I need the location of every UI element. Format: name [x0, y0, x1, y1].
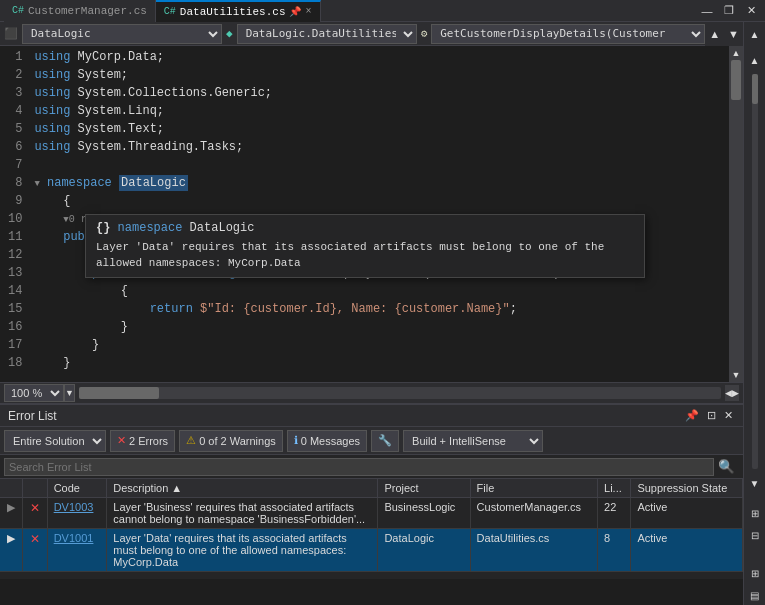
panel-controls: 📌 ⊡ ✕ — [683, 409, 735, 422]
sidebar-scroll-up[interactable]: ▲ — [745, 50, 765, 70]
hscroll-left-btn[interactable]: ◀ — [725, 385, 732, 401]
tooltip-title: {} namespace DataLogic — [96, 221, 634, 235]
code-line-17: } — [34, 336, 743, 354]
tab-icon-cs: C# — [12, 5, 24, 16]
errors-label: 2 Errors — [129, 435, 168, 447]
namespace-icon: ⬛ — [0, 27, 22, 40]
tooltip-body: Layer 'Data' requires that its associate… — [96, 239, 634, 271]
search-btn[interactable]: 🔍 — [714, 459, 739, 474]
sidebar-top-btn[interactable]: ▲ — [745, 24, 765, 44]
title-bar-controls: — ❐ ✕ — [697, 1, 761, 21]
code-editor: 1 2 3 4 5 6 7 8 9 10 11 12 13 14 15 16 1… — [0, 46, 743, 382]
row1-line: 22 — [598, 498, 631, 529]
warnings-label: 0 of 2 Warnings — [199, 435, 276, 447]
sidebar-track — [752, 74, 758, 469]
code-line-7 — [34, 156, 743, 174]
col-header-line[interactable]: Li... — [598, 479, 631, 498]
code-line-15: return $"Id: {customer.Id}, Name: {custo… — [34, 300, 743, 318]
panel-float-btn[interactable]: ⊡ — [705, 409, 718, 422]
tab-label-data: DataUtilities.cs — [180, 6, 286, 18]
errors-btn[interactable]: ✕ 2 Errors — [110, 430, 175, 452]
error-panel-titlebar: Error List 📌 ⊡ ✕ — [0, 405, 743, 427]
tools-btn[interactable]: 🔧 — [371, 430, 399, 452]
title-bar: C# CustomerManager.cs C# DataUtilities.c… — [0, 0, 765, 22]
nav-prev-btn[interactable]: ▲ — [705, 22, 724, 46]
member-icon: ⚙ — [417, 27, 432, 40]
code-line-14: { — [34, 282, 743, 300]
scope-select[interactable]: Entire Solution — [4, 430, 106, 452]
title-btn-restore[interactable]: ❐ — [719, 1, 739, 21]
scroll-thumb[interactable] — [731, 60, 741, 100]
col-header-supp[interactable]: Suppression State — [631, 479, 743, 498]
tab-pin-icon[interactable]: 📌 — [289, 6, 301, 18]
row2-expand[interactable]: ▶ — [0, 529, 22, 572]
zoom-select[interactable]: 100 % — [4, 384, 64, 402]
toolbar-vert-btn1[interactable]: ⊞ — [745, 503, 765, 523]
nav-next-btn[interactable]: ▼ — [724, 22, 743, 46]
row2-line: 8 — [598, 529, 631, 572]
vertical-scrollbar[interactable]: ▲ ▼ — [729, 46, 743, 382]
error-toolbar: Entire Solution ✕ 2 Errors ⚠ 0 of 2 Warn… — [0, 427, 743, 455]
type-dropdown[interactable]: DataLogic.DataUtilities — [237, 24, 417, 44]
row1-desc: Layer 'Business' requires that associate… — [107, 498, 378, 529]
col-header-desc[interactable]: Description ▲ — [107, 479, 378, 498]
scroll-up-btn[interactable]: ▲ — [729, 46, 743, 60]
sidebar-thumb[interactable] — [752, 74, 758, 104]
messages-label: 0 Messages — [301, 435, 360, 447]
panel-pin-btn[interactable]: 📌 — [683, 409, 701, 422]
col-header-expand[interactable] — [0, 479, 22, 498]
code-line-9: { — [34, 192, 743, 210]
row1-code[interactable]: DV1003 — [47, 498, 107, 529]
code-line-4: using System.Linq; — [34, 102, 743, 120]
zoom-bar: 100 % ▼ ◀ ▶ — [0, 382, 743, 404]
error-row-2[interactable]: ▶ ✕ DV1001 Layer 'Data' requires that it… — [0, 529, 743, 572]
warnings-btn[interactable]: ⚠ 0 of 2 Warnings — [179, 430, 283, 452]
code-line-2: using System; — [34, 66, 743, 84]
code-line-18: } — [34, 354, 743, 372]
error-table: Code Description ▲ Project File Li... Su… — [0, 479, 743, 572]
hscroll-container — [79, 387, 721, 399]
row2-code[interactable]: DV1001 — [47, 529, 107, 572]
row1-file: CustomerManager.cs — [470, 498, 597, 529]
row1-icon: ✕ — [22, 498, 47, 529]
warning-icon: ⚠ — [186, 434, 196, 447]
error-list-title: Error List — [8, 409, 57, 423]
col-header-file[interactable]: File — [470, 479, 597, 498]
title-btn-close[interactable]: ✕ — [741, 1, 761, 21]
zoom-dropdown-btn[interactable]: ▼ — [64, 384, 75, 402]
messages-btn[interactable]: ℹ 0 Messages — [287, 430, 367, 452]
build-select[interactable]: Build + IntelliSense — [403, 430, 543, 452]
code-line-16: } — [34, 318, 743, 336]
error-row-1[interactable]: ▶ ✕ DV1003 Layer 'Business' requires tha… — [0, 498, 743, 529]
search-error-input[interactable] — [4, 458, 714, 476]
toolbar-vert-btn2[interactable]: ⊟ — [745, 525, 765, 545]
error-panel-vert-btn2[interactable]: ▤ — [745, 585, 765, 605]
sidebar-scroll-down[interactable]: ▼ — [745, 473, 765, 493]
title-btn-minus[interactable]: — — [697, 1, 717, 21]
tab-customer-manager[interactable]: C# CustomerManager.cs — [4, 0, 156, 22]
row2-file: DataUtilities.cs — [470, 529, 597, 572]
tools-icon: 🔧 — [378, 434, 392, 447]
row1-supp: Active — [631, 498, 743, 529]
right-sidebar: ▲ ▲ ▼ ⊞ ⊟ ⊞ ▤ — [743, 22, 765, 605]
row2-supp: Active — [631, 529, 743, 572]
error-panel-vert-btn1[interactable]: ⊞ — [745, 563, 765, 583]
row2-icon: ✕ — [22, 529, 47, 572]
error-table-container: Code Description ▲ Project File Li... Su… — [0, 479, 743, 572]
tab-close-btn[interactable]: × — [305, 6, 311, 17]
row1-expand[interactable]: ▶ — [0, 498, 22, 529]
col-header-icon[interactable] — [22, 479, 47, 498]
scroll-down-btn[interactable]: ▼ — [729, 368, 743, 382]
line-numbers: 1 2 3 4 5 6 7 8 9 10 11 12 13 14 15 16 1… — [0, 46, 30, 382]
tab-data-utilities[interactable]: C# DataUtilities.cs 📌 × — [156, 0, 321, 22]
error-panel: Error List 📌 ⊡ ✕ Entire Solution ✕ 2 Err… — [0, 404, 743, 579]
hscroll-thumb[interactable] — [79, 387, 159, 399]
panel-close-btn[interactable]: ✕ — [722, 409, 735, 422]
col-header-proj[interactable]: Project — [378, 479, 470, 498]
member-dropdown[interactable]: GetCustomerDisplayDetails(Customer — [431, 24, 705, 44]
hscroll-right-btn[interactable]: ▶ — [732, 385, 739, 401]
col-header-code[interactable]: Code — [47, 479, 107, 498]
row2-desc: Layer 'Data' requires that its associate… — [107, 529, 378, 572]
namespace-dropdown[interactable]: DataLogic — [22, 24, 222, 44]
tooltip-popup: {} namespace DataLogic Layer 'Data' requ… — [85, 214, 645, 278]
